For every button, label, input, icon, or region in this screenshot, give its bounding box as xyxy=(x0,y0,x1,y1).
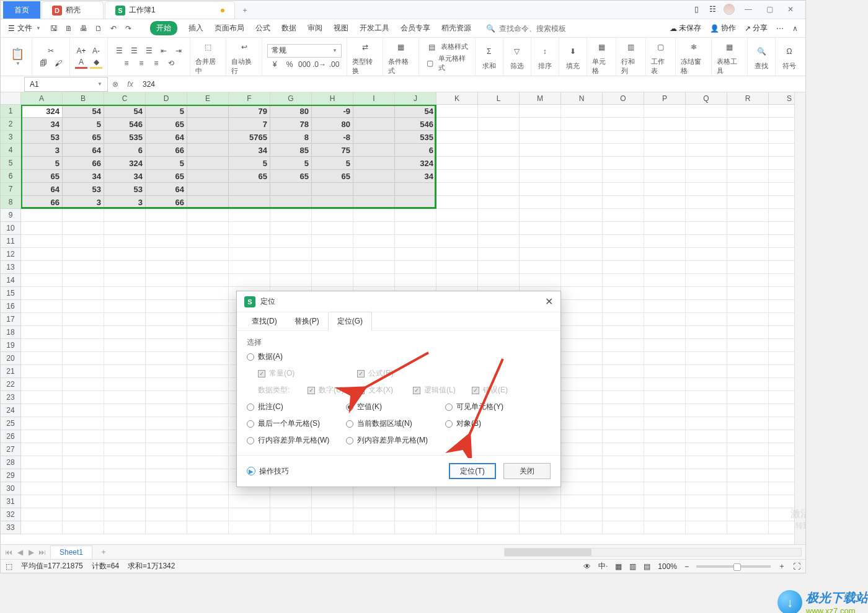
view-break-icon[interactable]: ▤ xyxy=(644,562,650,571)
cell-J33[interactable] xyxy=(395,521,436,534)
collapse-ribbon-button[interactable]: ∧ xyxy=(792,24,798,33)
cell-K11[interactable] xyxy=(436,235,478,248)
cell-I7[interactable] xyxy=(353,183,395,196)
cell-H7[interactable] xyxy=(312,183,353,196)
col-header-H[interactable]: H xyxy=(312,92,353,105)
table-tools-button[interactable]: ▦表格工具 xyxy=(717,38,742,76)
cell-Q18[interactable] xyxy=(686,326,727,339)
cell-R28[interactable] xyxy=(727,456,769,469)
cell-D4[interactable]: 66 xyxy=(146,144,187,157)
row-header-30[interactable]: 30 xyxy=(1,482,21,495)
cell-I14[interactable] xyxy=(353,274,395,287)
sheet-tab-1[interactable]: Sheet1 xyxy=(50,545,92,558)
cell-F8[interactable] xyxy=(229,196,270,209)
cell-E18[interactable] xyxy=(187,326,229,339)
cell-A12[interactable] xyxy=(21,248,63,261)
cell-N13[interactable] xyxy=(561,261,603,274)
cell-E8[interactable] xyxy=(187,196,229,209)
cell-O16[interactable] xyxy=(603,300,644,313)
filter-button[interactable]: ▽筛选 xyxy=(508,43,526,71)
cell-E20[interactable] xyxy=(187,352,229,365)
cell-R22[interactable] xyxy=(727,378,769,391)
row-header-6[interactable]: 6 xyxy=(1,170,21,183)
col-header-G[interactable]: G xyxy=(270,92,312,105)
cell-I4[interactable] xyxy=(353,144,395,157)
cell-D2[interactable]: 65 xyxy=(146,118,187,131)
row-header-22[interactable]: 22 xyxy=(1,378,21,391)
cell-C10[interactable] xyxy=(104,222,146,235)
cell-B27[interactable] xyxy=(63,443,104,456)
cell-K31[interactable] xyxy=(436,495,478,508)
row-header-24[interactable]: 24 xyxy=(1,404,21,417)
font-color-icon[interactable]: A xyxy=(75,58,87,69)
row-header-18[interactable]: 18 xyxy=(1,326,21,339)
align-bottom-icon[interactable]: ☰ xyxy=(143,45,155,56)
cell-A16[interactable] xyxy=(21,300,63,313)
cell-O32[interactable] xyxy=(603,508,644,521)
add-tab-button[interactable]: ＋ xyxy=(236,1,254,19)
cell-P7[interactable] xyxy=(644,183,686,196)
cell-E19[interactable] xyxy=(187,339,229,352)
cell-P12[interactable] xyxy=(644,248,686,261)
cell-I1[interactable] xyxy=(353,105,395,118)
col-header-J[interactable]: J xyxy=(395,92,436,105)
cell-Q29[interactable] xyxy=(686,469,727,482)
cell-P14[interactable] xyxy=(644,274,686,287)
menu-dev[interactable]: 开发工具 xyxy=(360,23,389,33)
cell-N15[interactable] xyxy=(561,287,603,300)
cell-G12[interactable] xyxy=(270,248,312,261)
cell-O7[interactable] xyxy=(603,183,644,196)
orientation-icon[interactable]: ⟲ xyxy=(165,58,177,69)
cell-J3[interactable]: 535 xyxy=(395,131,436,144)
menu-review[interactable]: 审阅 xyxy=(308,23,322,33)
cell-L31[interactable] xyxy=(478,495,520,508)
cell-N3[interactable] xyxy=(561,131,603,144)
cell-N9[interactable] xyxy=(561,209,603,222)
cell-E28[interactable] xyxy=(187,456,229,469)
cell-B1[interactable]: 54 xyxy=(63,105,104,118)
cell-F11[interactable] xyxy=(229,235,270,248)
cell-B15[interactable] xyxy=(63,287,104,300)
print-icon[interactable]: 🖶 xyxy=(78,23,89,34)
cell-A26[interactable] xyxy=(21,430,63,443)
view-page-icon[interactable]: ▥ xyxy=(629,562,636,571)
print-preview-icon[interactable]: 🗋 xyxy=(93,23,104,34)
command-search-input[interactable] xyxy=(498,24,572,33)
cell-L13[interactable] xyxy=(478,261,520,274)
cell-J8[interactable] xyxy=(395,196,436,209)
cell-P4[interactable] xyxy=(644,144,686,157)
cell-F32[interactable] xyxy=(229,508,270,521)
row-header-10[interactable]: 10 xyxy=(1,222,21,235)
cell-F3[interactable]: 5765 xyxy=(229,131,270,144)
cell-O12[interactable] xyxy=(603,248,644,261)
cell-G5[interactable]: 5 xyxy=(270,157,312,170)
cell-M6[interactable] xyxy=(520,170,561,183)
cell-J12[interactable] xyxy=(395,248,436,261)
window-minimize-button[interactable]: — xyxy=(741,3,756,15)
cell-B22[interactable] xyxy=(63,378,104,391)
cell-R20[interactable] xyxy=(727,352,769,365)
cell-E7[interactable] xyxy=(187,183,229,196)
cell-C17[interactable] xyxy=(104,313,146,326)
cell-I13[interactable] xyxy=(353,261,395,274)
cell-O23[interactable] xyxy=(603,391,644,404)
cell-O24[interactable] xyxy=(603,404,644,417)
cell-R16[interactable] xyxy=(727,300,769,313)
cell-P18[interactable] xyxy=(644,326,686,339)
cell-I31[interactable] xyxy=(353,495,395,508)
menu-insert[interactable]: 插入 xyxy=(188,23,203,33)
cell-E30[interactable] xyxy=(187,482,229,495)
radio-coldiff[interactable] xyxy=(346,437,353,444)
row-header-16[interactable]: 16 xyxy=(1,300,21,313)
cell-O1[interactable] xyxy=(603,105,644,118)
cell-C1[interactable]: 54 xyxy=(104,105,146,118)
cell-B19[interactable] xyxy=(63,339,104,352)
copy-icon[interactable]: 🗐 xyxy=(37,58,50,69)
cell-R17[interactable] xyxy=(727,313,769,326)
col-header-O[interactable]: O xyxy=(603,92,644,105)
cell-H2[interactable]: 80 xyxy=(312,118,353,131)
cell-I6[interactable] xyxy=(353,170,395,183)
cell-P31[interactable] xyxy=(644,495,686,508)
avatar[interactable] xyxy=(724,4,735,15)
cell-M2[interactable] xyxy=(520,118,561,131)
